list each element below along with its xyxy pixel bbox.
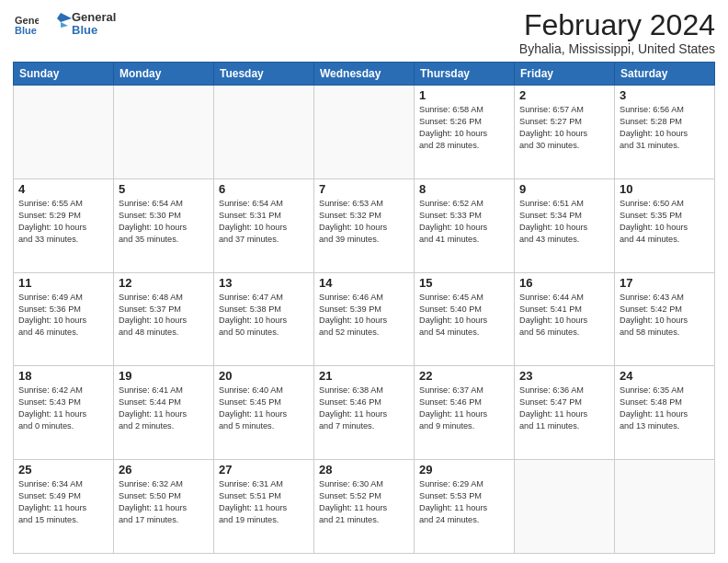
calendar-cell: 25Sunrise: 6:34 AM Sunset: 5:49 PM Dayli…	[14, 460, 114, 554]
calendar-cell: 18Sunrise: 6:42 AM Sunset: 5:43 PM Dayli…	[14, 366, 114, 460]
day-number: 22	[419, 369, 509, 383]
day-info: Sunrise: 6:49 AM Sunset: 5:36 PM Dayligh…	[18, 292, 108, 339]
weekday-header-saturday: Saturday	[615, 63, 715, 86]
calendar-cell: 26Sunrise: 6:32 AM Sunset: 5:50 PM Dayli…	[114, 460, 214, 554]
logo-blue-text: Blue	[72, 23, 97, 37]
calendar-cell: 14Sunrise: 6:46 AM Sunset: 5:39 PM Dayli…	[314, 272, 415, 366]
day-info: Sunrise: 6:35 AM Sunset: 5:48 PM Dayligh…	[620, 385, 710, 432]
logo: General Blue General Blue	[13, 9, 116, 39]
day-info: Sunrise: 6:34 AM Sunset: 5:49 PM Dayligh…	[18, 478, 108, 526]
day-info: Sunrise: 6:41 AM Sunset: 5:44 PM Dayligh…	[119, 385, 209, 432]
day-info: Sunrise: 6:30 AM Sunset: 5:52 PM Dayligh…	[319, 478, 409, 526]
calendar-week-0: 1Sunrise: 6:58 AM Sunset: 5:26 PM Daylig…	[14, 86, 715, 179]
calendar-table: SundayMondayTuesdayWednesdayThursdayFrid…	[13, 62, 715, 554]
day-number: 23	[519, 369, 609, 383]
calendar-week-1: 4Sunrise: 6:55 AM Sunset: 5:29 PM Daylig…	[14, 178, 715, 272]
day-info: Sunrise: 6:29 AM Sunset: 5:53 PM Dayligh…	[419, 478, 509, 526]
day-info: Sunrise: 6:31 AM Sunset: 5:51 PM Dayligh…	[219, 478, 309, 526]
day-info: Sunrise: 6:56 AM Sunset: 5:28 PM Dayligh…	[620, 104, 710, 152]
calendar-cell: 11Sunrise: 6:49 AM Sunset: 5:36 PM Dayli…	[14, 272, 114, 366]
calendar-cell: 22Sunrise: 6:37 AM Sunset: 5:46 PM Dayli…	[415, 366, 515, 460]
day-number: 17	[620, 276, 710, 290]
calendar-cell: 13Sunrise: 6:47 AM Sunset: 5:38 PM Dayli…	[214, 272, 314, 366]
calendar-cell	[314, 86, 415, 179]
day-info: Sunrise: 6:46 AM Sunset: 5:39 PM Dayligh…	[319, 292, 409, 339]
day-info: Sunrise: 6:50 AM Sunset: 5:35 PM Dayligh…	[620, 198, 710, 246]
logo-icon: General Blue	[13, 11, 39, 37]
day-number: 9	[519, 182, 609, 196]
calendar-cell: 7Sunrise: 6:53 AM Sunset: 5:32 PM Daylig…	[314, 178, 415, 272]
day-info: Sunrise: 6:48 AM Sunset: 5:37 PM Dayligh…	[119, 292, 209, 339]
day-info: Sunrise: 6:32 AM Sunset: 5:50 PM Dayligh…	[119, 478, 209, 526]
day-number: 13	[219, 276, 309, 290]
calendar-week-2: 11Sunrise: 6:49 AM Sunset: 5:36 PM Dayli…	[14, 272, 715, 366]
svg-marker-2	[57, 13, 72, 22]
day-info: Sunrise: 6:37 AM Sunset: 5:46 PM Dayligh…	[419, 385, 509, 432]
day-info: Sunrise: 6:43 AM Sunset: 5:42 PM Dayligh…	[620, 292, 710, 339]
day-info: Sunrise: 6:45 AM Sunset: 5:40 PM Dayligh…	[419, 292, 509, 339]
day-number: 24	[620, 369, 710, 383]
month-title: February 2024	[519, 9, 715, 41]
calendar-cell: 5Sunrise: 6:54 AM Sunset: 5:30 PM Daylig…	[114, 178, 214, 272]
day-number: 2	[519, 88, 609, 102]
day-number: 11	[18, 276, 108, 290]
day-number: 14	[319, 276, 409, 290]
calendar-cell	[14, 86, 114, 179]
calendar-cell: 16Sunrise: 6:44 AM Sunset: 5:41 PM Dayli…	[515, 272, 615, 366]
calendar-cell	[214, 86, 314, 179]
calendar-week-4: 25Sunrise: 6:34 AM Sunset: 5:49 PM Dayli…	[14, 460, 715, 554]
calendar-cell: 17Sunrise: 6:43 AM Sunset: 5:42 PM Dayli…	[615, 272, 715, 366]
calendar-cell	[615, 460, 715, 554]
header: General Blue General Blue	[13, 9, 715, 56]
day-number: 27	[219, 463, 309, 477]
day-number: 16	[519, 276, 609, 290]
day-info: Sunrise: 6:44 AM Sunset: 5:41 PM Dayligh…	[519, 292, 609, 339]
title-block: February 2024 Byhalia, Mississippi, Unit…	[519, 9, 715, 56]
calendar-page: General Blue General Blue	[0, 0, 728, 563]
calendar-cell: 15Sunrise: 6:45 AM Sunset: 5:40 PM Dayli…	[415, 272, 515, 366]
calendar-cell: 2Sunrise: 6:57 AM Sunset: 5:27 PM Daylig…	[515, 86, 615, 179]
weekday-header-row: SundayMondayTuesdayWednesdayThursdayFrid…	[14, 63, 715, 86]
calendar-cell: 8Sunrise: 6:52 AM Sunset: 5:33 PM Daylig…	[415, 178, 515, 272]
day-number: 26	[119, 463, 209, 477]
calendar-cell: 21Sunrise: 6:38 AM Sunset: 5:46 PM Dayli…	[314, 366, 415, 460]
calendar-cell: 29Sunrise: 6:29 AM Sunset: 5:53 PM Dayli…	[415, 460, 515, 554]
day-info: Sunrise: 6:58 AM Sunset: 5:26 PM Dayligh…	[419, 104, 509, 152]
day-number: 12	[119, 276, 209, 290]
day-number: 1	[419, 88, 509, 102]
day-number: 15	[419, 276, 509, 290]
day-info: Sunrise: 6:36 AM Sunset: 5:47 PM Dayligh…	[519, 385, 609, 432]
day-info: Sunrise: 6:52 AM Sunset: 5:33 PM Dayligh…	[419, 198, 509, 246]
calendar-cell: 4Sunrise: 6:55 AM Sunset: 5:29 PM Daylig…	[14, 178, 114, 272]
day-number: 6	[219, 182, 309, 196]
calendar-cell: 24Sunrise: 6:35 AM Sunset: 5:48 PM Dayli…	[615, 366, 715, 460]
day-info: Sunrise: 6:47 AM Sunset: 5:38 PM Dayligh…	[219, 292, 309, 339]
day-info: Sunrise: 6:51 AM Sunset: 5:34 PM Dayligh…	[519, 198, 609, 246]
calendar-cell: 27Sunrise: 6:31 AM Sunset: 5:51 PM Dayli…	[214, 460, 314, 554]
calendar-cell: 28Sunrise: 6:30 AM Sunset: 5:52 PM Dayli…	[314, 460, 415, 554]
weekday-header-wednesday: Wednesday	[314, 63, 415, 86]
day-info: Sunrise: 6:57 AM Sunset: 5:27 PM Dayligh…	[519, 104, 609, 152]
logo-bird-icon	[42, 9, 72, 39]
day-number: 20	[219, 369, 309, 383]
svg-text:Blue: Blue	[15, 25, 37, 36]
location: Byhalia, Mississippi, United States	[519, 41, 715, 56]
day-info: Sunrise: 6:54 AM Sunset: 5:30 PM Dayligh…	[119, 198, 209, 246]
day-info: Sunrise: 6:54 AM Sunset: 5:31 PM Dayligh…	[219, 198, 309, 246]
calendar-cell: 1Sunrise: 6:58 AM Sunset: 5:26 PM Daylig…	[415, 86, 515, 179]
calendar-cell: 20Sunrise: 6:40 AM Sunset: 5:45 PM Dayli…	[214, 366, 314, 460]
day-info: Sunrise: 6:42 AM Sunset: 5:43 PM Dayligh…	[18, 385, 108, 432]
weekday-header-tuesday: Tuesday	[214, 63, 314, 86]
calendar-cell: 3Sunrise: 6:56 AM Sunset: 5:28 PM Daylig…	[615, 86, 715, 179]
day-number: 4	[18, 182, 108, 196]
calendar-week-3: 18Sunrise: 6:42 AM Sunset: 5:43 PM Dayli…	[14, 366, 715, 460]
calendar-cell: 6Sunrise: 6:54 AM Sunset: 5:31 PM Daylig…	[214, 178, 314, 272]
calendar-cell: 9Sunrise: 6:51 AM Sunset: 5:34 PM Daylig…	[515, 178, 615, 272]
day-number: 18	[18, 369, 108, 383]
day-number: 28	[319, 463, 409, 477]
weekday-header-friday: Friday	[515, 63, 615, 86]
day-info: Sunrise: 6:55 AM Sunset: 5:29 PM Dayligh…	[18, 198, 108, 246]
day-number: 5	[119, 182, 209, 196]
day-number: 10	[620, 182, 710, 196]
day-number: 3	[620, 88, 710, 102]
